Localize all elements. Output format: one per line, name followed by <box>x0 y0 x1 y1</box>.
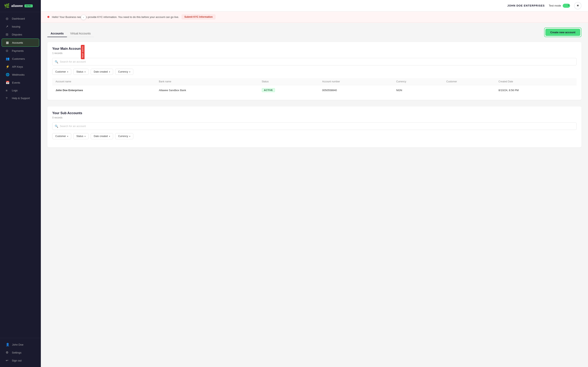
main-filter-status[interactable]: Status▾ <box>73 69 89 75</box>
sidebar-footer: 👤John Doe⚙Settings↩Sign out <box>0 338 41 367</box>
sidebar-item-webhooks[interactable]: 🌐Webhooks <box>2 71 39 78</box>
chevron-down-icon: ▾ <box>67 71 68 73</box>
chevron-down-icon: ▾ <box>109 135 110 137</box>
sidebar-item-dashboard[interactable]: ◎Dashboard <box>2 15 39 22</box>
sub-filter-label-date-created: Date created <box>94 135 108 138</box>
chevron-down-icon: ▾ <box>129 71 130 73</box>
sidebar-item-logs[interactable]: ≡Logs <box>2 87 39 94</box>
create-new-account-button[interactable]: Create new account <box>545 29 580 36</box>
main-filter-currency[interactable]: Currency▾ <box>115 69 134 75</box>
sidebar-item-help[interactable]: ?Help & Support <box>2 94 39 102</box>
kyc-submit-button[interactable]: Submit KYC Information <box>182 14 216 20</box>
chevron-down-icon: ▾ <box>109 71 110 73</box>
main-filters: Customer▾Status▾Date created▾Currency▾ <box>52 69 577 75</box>
chevron-down-icon: ▾ <box>85 135 86 137</box>
sub-search-input[interactable] <box>52 122 577 130</box>
filter-label-status: Status <box>76 70 83 73</box>
sidebar-item-customers[interactable]: 👥Customers <box>2 55 39 63</box>
footer-label-settings: Settings <box>12 351 21 354</box>
logo-icon: 🌿 <box>4 3 9 8</box>
logo-area: 🌿 allawee INFRA <box>0 0 41 12</box>
kyc-message: Hello! Your Business needs to provide KY… <box>52 16 179 18</box>
col-header-created-date: Created Date <box>495 78 577 85</box>
sidebar-item-payments[interactable]: ⊙Payments <box>2 47 39 55</box>
sidebar-label-logs: Logs <box>12 89 17 92</box>
settings-footer-icon: ⚙ <box>6 351 9 354</box>
col-header-customer: Customer <box>443 78 495 85</box>
sidebar-label-api-keys: API Keys <box>12 65 23 68</box>
filter-label-date-created: Date created <box>94 70 108 73</box>
sidebar-label-customers: Customers <box>12 57 25 60</box>
filter-label-currency: Currency <box>118 70 128 73</box>
sidebar-footer-settings[interactable]: ⚙Settings <box>2 349 39 356</box>
status-badge: ACTIVE <box>262 88 275 92</box>
test-mode-toggle[interactable] <box>563 4 570 8</box>
sidebar-footer-signout[interactable]: ↩Sign out <box>2 357 39 364</box>
sidebar-label-help: Help & Support <box>12 97 30 100</box>
main-accounts-table: Account nameBank nameStatusAccount numbe… <box>52 78 577 95</box>
cell-created-date: 8/10/24, 8:56 PM <box>495 85 577 95</box>
sidebar-item-api-keys[interactable]: ⚡API Keys <box>2 63 39 71</box>
footer-label-profile: John Doe <box>12 343 24 346</box>
customers-icon: 👥 <box>6 57 9 60</box>
main-search-wrap: 🔍 <box>52 58 577 66</box>
collapse-sidebar-button[interactable]: ‹ <box>81 15 86 20</box>
main-filter-date-created[interactable]: Date created▾ <box>91 69 113 75</box>
col-header-account-name: Account name <box>52 78 156 85</box>
sidebar-item-disputes[interactable]: ⊟Disputes <box>2 31 39 38</box>
col-header-currency: Currency <box>393 78 443 85</box>
events-icon: 📅 <box>6 81 9 84</box>
main-accounts-title: Your Main Accounts <box>52 47 577 50</box>
theme-button[interactable]: ☀ <box>574 2 581 9</box>
kyc-dot <box>47 16 49 18</box>
cell-bank-name: Allawee Sandbox Bank <box>156 85 259 95</box>
chevron-down-icon: ▾ <box>85 71 86 73</box>
sidebar-item-accounts[interactable]: ▦Accounts <box>2 39 39 47</box>
cell-account-number: 0050558840 <box>319 85 393 95</box>
main-search-input[interactable] <box>52 58 577 66</box>
main-filter-customer[interactable]: Customer▾ <box>52 69 71 75</box>
logo-text: allawee <box>11 4 23 8</box>
sub-filter-customer[interactable]: Customer▾ <box>52 133 71 139</box>
sub-filter-label-status: Status <box>76 135 83 138</box>
cell-status: ACTIVE <box>259 85 319 95</box>
logs-icon: ≡ <box>6 89 9 92</box>
sidebar-label-issuing: Issuing <box>12 25 20 28</box>
sub-filter-label-currency: Currency <box>118 135 128 138</box>
tab-accounts[interactable]: Accounts <box>47 30 67 37</box>
footer-label-signout: Sign out <box>12 359 22 362</box>
sub-filter-status[interactable]: Status▾ <box>73 133 89 139</box>
main-accounts-records: 1 records <box>52 52 577 55</box>
help-icon: ? <box>6 96 9 100</box>
table-row[interactable]: John Doe EnterprisesAllawee Sandbox Bank… <box>52 85 577 95</box>
sub-search-icon: 🔍 <box>55 125 58 128</box>
sidebar-label-payments: Payments <box>12 49 24 52</box>
main-area: ‹ TEST DATA JOHN DOE ENTERPRISES Test mo… <box>41 0 588 367</box>
issuing-icon: ↗ <box>6 25 9 28</box>
api-keys-icon: ⚡ <box>6 65 9 68</box>
payments-icon: ⊙ <box>6 49 9 53</box>
filter-label-customer: Customer <box>55 70 66 73</box>
chevron-down-icon: ▾ <box>129 135 130 137</box>
page-content-scroll: Hello! Your Business needs to provide KY… <box>41 11 588 367</box>
col-header-status: Status <box>259 78 319 85</box>
sidebar-label-events: Events <box>12 81 20 84</box>
main-accounts-section: Your Main Accounts 1 records 🔍 Customer▾… <box>47 42 581 100</box>
page-tabs: AccountsVirtual Accounts <box>47 30 94 37</box>
test-mode-toggle-area: Test mode <box>549 4 570 8</box>
sidebar-item-events[interactable]: 📅Events <box>2 79 39 86</box>
test-data-badge: TEST DATA <box>81 45 85 59</box>
webhooks-icon: 🌐 <box>6 73 9 76</box>
sub-filter-date-created[interactable]: Date created▾ <box>91 133 113 139</box>
create-button-wrapper: Create new account <box>544 27 581 37</box>
test-mode-label: Test mode <box>549 4 561 7</box>
sub-filter-currency[interactable]: Currency▾ <box>115 133 134 139</box>
col-header-bank-name: Bank name <box>156 78 259 85</box>
sidebar-item-issuing[interactable]: ↗Issuing <box>2 23 39 30</box>
sub-accounts-title: Your Sub Accounts <box>52 111 577 115</box>
sidebar: 🌿 allawee INFRA ◎Dashboard↗Issuing⊟Dispu… <box>0 0 41 367</box>
main-search-icon: 🔍 <box>55 60 58 63</box>
tab-virtual-accounts[interactable]: Virtual Accounts <box>67 30 94 37</box>
company-name: JOHN DOE ENTERPRISES <box>507 4 545 7</box>
sidebar-footer-profile[interactable]: 👤John Doe <box>2 341 39 349</box>
